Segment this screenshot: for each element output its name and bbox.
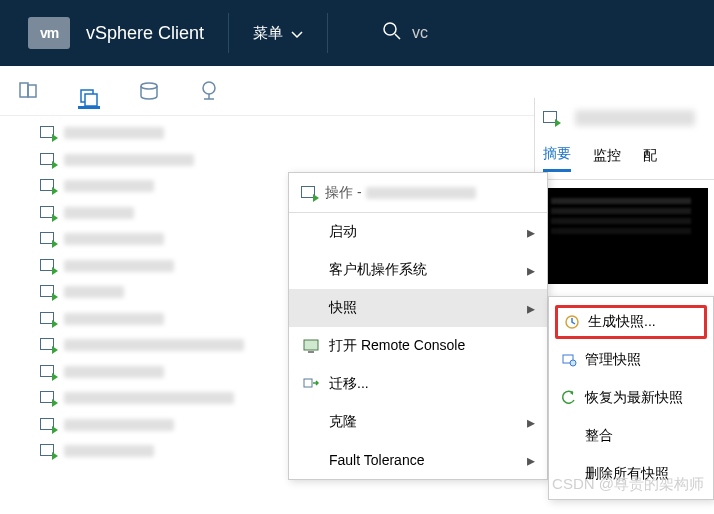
menu-guest-os[interactable]: 客户机操作系统 ▸: [289, 251, 547, 289]
vm-icon: [40, 391, 56, 405]
svg-rect-5: [85, 94, 97, 106]
revert-snapshot-icon: [559, 390, 579, 406]
menu-label: 启动: [329, 223, 357, 241]
menu-clone[interactable]: 克隆 ▸: [289, 403, 547, 441]
svg-rect-12: [304, 379, 312, 387]
context-menu-title-text: 操作 -: [325, 184, 362, 202]
product-title: vSphere Client: [86, 23, 204, 44]
vm-icon: [40, 232, 56, 246]
submenu-arrow-icon: ▸: [527, 299, 535, 318]
vm-title: [575, 110, 695, 126]
svg-point-6: [141, 83, 157, 89]
vm-name: [64, 180, 154, 192]
vm-icon: [40, 312, 56, 326]
menu-dropdown[interactable]: 菜单: [253, 24, 303, 43]
vm-icon: [40, 338, 56, 352]
menu-label: 迁移...: [329, 375, 369, 393]
divider: [228, 13, 229, 53]
vm-name: [64, 392, 234, 404]
svg-rect-2: [20, 83, 28, 97]
svg-point-0: [384, 23, 396, 35]
submenu-arrow-icon: ▸: [527, 413, 535, 432]
vm-icon: [40, 126, 56, 140]
detail-header: [535, 98, 714, 138]
vm-name: [64, 419, 174, 431]
svg-line-1: [395, 34, 400, 39]
search-icon: [382, 21, 402, 45]
svg-rect-3: [28, 85, 36, 97]
detail-tabs: 摘要 监控 配: [535, 138, 714, 180]
console-icon: [301, 339, 321, 353]
vm-icon: [40, 206, 56, 220]
submenu-label: 管理快照: [585, 351, 641, 369]
submenu-arrow-icon: ▸: [527, 261, 535, 280]
chevron-down-icon: [291, 25, 303, 42]
context-menu-title: 操作 -: [289, 173, 547, 213]
vm-name: [64, 207, 134, 219]
hosts-clusters-icon[interactable]: [18, 80, 40, 102]
vm-icon: [40, 418, 56, 432]
submenu-delete-all[interactable]: 删除所有快照: [549, 455, 713, 493]
submenu-label: 恢复为最新快照: [585, 389, 683, 407]
vm-name: [64, 286, 124, 298]
vm-icon: [40, 444, 56, 458]
vm-icon: [40, 153, 56, 167]
vmware-logo: vm: [28, 17, 70, 49]
vms-templates-icon[interactable]: [78, 87, 100, 109]
console-thumbnail[interactable]: [543, 188, 708, 284]
manage-snapshot-icon: [559, 352, 579, 368]
search-value: vc: [412, 24, 428, 42]
context-menu: 操作 - 启动 ▸ 客户机操作系统 ▸ 快照 ▸ 打开 Remote Conso…: [288, 172, 548, 480]
menu-label: Fault Tolerance: [329, 452, 424, 468]
menu-power[interactable]: 启动 ▸: [289, 213, 547, 251]
storage-icon[interactable]: [138, 80, 160, 102]
vm-name: [64, 445, 154, 457]
submenu-arrow-icon: ▸: [527, 451, 535, 470]
networking-icon[interactable]: [198, 80, 220, 102]
menu-label: 快照: [329, 299, 357, 317]
menu-open-console[interactable]: 打开 Remote Console: [289, 327, 547, 365]
vm-name: [64, 260, 174, 272]
menu-snapshot[interactable]: 快照 ▸: [289, 289, 547, 327]
vm-icon: [543, 111, 559, 125]
vm-name: [64, 127, 164, 139]
snapshot-submenu: 生成快照... 管理快照 恢复为最新快照 整合 删除所有快照: [548, 296, 714, 500]
svg-rect-10: [304, 340, 318, 350]
take-snapshot-icon: [562, 314, 582, 330]
submenu-consolidate[interactable]: 整合: [549, 417, 713, 455]
vm-icon: [40, 179, 56, 193]
context-menu-vm-name: [366, 187, 476, 199]
menu-label: 客户机操作系统: [329, 261, 427, 279]
menu-label: 克隆: [329, 413, 357, 431]
vm-icon: [301, 186, 317, 200]
search-bar[interactable]: vc: [382, 21, 428, 45]
submenu-revert-snapshot[interactable]: 恢复为最新快照: [549, 379, 713, 417]
submenu-label: 删除所有快照: [585, 465, 669, 483]
vm-icon: [40, 365, 56, 379]
migrate-icon: [301, 377, 321, 391]
tab-summary[interactable]: 摘要: [543, 145, 571, 172]
submenu-arrow-icon: ▸: [527, 223, 535, 242]
tab-monitor[interactable]: 监控: [593, 147, 621, 171]
vm-name: [64, 339, 244, 351]
menu-label: 打开 Remote Console: [329, 337, 465, 355]
detail-panel: 摘要 监控 配: [534, 98, 714, 292]
menu-label: 菜单: [253, 24, 283, 43]
submenu-label: 整合: [585, 427, 613, 445]
menu-migrate[interactable]: 迁移...: [289, 365, 547, 403]
vm-icon: [40, 259, 56, 273]
vm-icon: [40, 285, 56, 299]
svg-rect-11: [308, 351, 314, 353]
submenu-label: 生成快照...: [588, 313, 656, 331]
svg-point-7: [203, 82, 215, 94]
tab-configure[interactable]: 配: [643, 147, 657, 171]
vm-name: [64, 154, 194, 166]
app-header: vm vSphere Client 菜单 vc: [0, 0, 714, 66]
submenu-take-snapshot[interactable]: 生成快照...: [555, 305, 707, 339]
submenu-manage-snapshot[interactable]: 管理快照: [549, 341, 713, 379]
menu-fault-tolerance[interactable]: Fault Tolerance ▸: [289, 441, 547, 479]
divider: [327, 13, 328, 53]
vm-name: [64, 233, 164, 245]
svg-point-15: [570, 360, 576, 366]
vm-name: [64, 366, 164, 378]
